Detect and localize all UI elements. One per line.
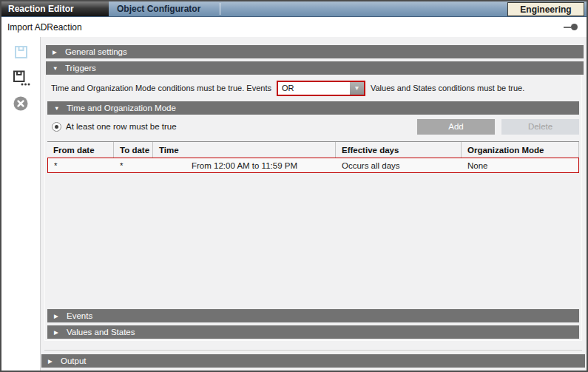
chevron-right-icon: ▶ (53, 49, 65, 55)
cell-to-date: * (114, 158, 153, 172)
chevron-right-icon: ▶ (54, 329, 67, 336)
condition-right-text: Values and States conditions must be tru… (371, 84, 524, 92)
page-title: Import ADReaction (7, 22, 82, 33)
left-toolbar (1, 37, 41, 371)
section-header-general-settings[interactable]: ▶ General settings (46, 45, 584, 58)
top-tab-bar: Reaction Editor Object Configurator Engi… (1, 1, 587, 17)
section-label: Triggers (65, 64, 96, 72)
section-label: Output (61, 356, 87, 365)
pin-line (564, 27, 571, 28)
save-as-icon (12, 70, 30, 87)
tab-reaction-editor[interactable]: Reaction Editor (1, 1, 109, 16)
section-divider (44, 350, 582, 351)
column-header-organization-mode[interactable]: Organization Mode (462, 142, 579, 158)
save-button[interactable] (11, 43, 30, 61)
cell-time: From 12:00 AM to 11:59 PM (153, 158, 336, 172)
add-button[interactable]: Add (417, 119, 495, 135)
radio-label: At least one row must be true (66, 122, 177, 131)
condition-left-text: Time and Organization Mode conditions mu… (51, 84, 271, 92)
chevron-right-icon: ▶ (48, 358, 61, 365)
section-header-values-states[interactable]: ▶ Values and States (47, 325, 579, 339)
tab-separator (220, 3, 220, 15)
dropdown-arrow-icon[interactable]: ▼ (350, 82, 364, 95)
reaction-editor-window: Reaction Editor Object Configurator Engi… (0, 0, 588, 372)
column-header-effective-days[interactable]: Effective days (336, 142, 462, 158)
cell-effective-days: Occurs all days (336, 158, 462, 172)
column-header-time[interactable]: Time (153, 142, 336, 158)
column-header-from-date[interactable]: From date (47, 142, 114, 158)
section-label: Values and States (67, 328, 135, 337)
dropdown-selected-value: OR (278, 82, 350, 95)
table-header-row: From date To date Time Effective days Or… (47, 142, 579, 158)
chevron-down-icon: ▼ (53, 65, 65, 72)
row-condition-options: At least one row must be true Add Delete (52, 118, 579, 135)
events-operator-dropdown[interactable]: OR ▼ (277, 81, 365, 96)
cancel-button[interactable] (11, 95, 30, 112)
section-label: Time and Organization Mode (67, 104, 176, 112)
editor-content-panel: ▶ General settings ▼ Triggers Time and O… (41, 37, 587, 371)
tab-object-configurator[interactable]: Object Configurator (109, 1, 220, 16)
chevron-right-icon: ▶ (54, 313, 67, 319)
save-as-button[interactable] (11, 69, 30, 87)
section-label: Events (67, 311, 92, 320)
pin-icon[interactable] (564, 24, 578, 30)
time-org-table: From date To date Time Effective days Or… (47, 141, 579, 173)
section-header-events[interactable]: ▶ Events (47, 309, 579, 322)
table-row-selected[interactable]: * * From 12:00 AM to 11:59 PM Occurs all… (47, 158, 579, 173)
at-least-one-row-radio[interactable] (52, 122, 61, 132)
section-header-triggers[interactable]: ▼ Triggers (46, 61, 584, 75)
cell-from-date: * (48, 158, 114, 172)
pin-dot (571, 24, 578, 30)
chevron-down-icon: ▼ (54, 105, 67, 112)
column-header-to-date[interactable]: To date (114, 142, 153, 158)
section-header-time-org-mode[interactable]: ▼ Time and Organization Mode (47, 101, 579, 115)
cancel-icon (13, 95, 29, 112)
section-label: General settings (65, 47, 127, 56)
editor-title-bar: Import ADReaction (1, 17, 587, 37)
cell-organization-mode: None (462, 158, 578, 172)
delete-button[interactable]: Delete (501, 119, 579, 135)
triggers-section-body: Time and Organization Mode conditions mu… (44, 75, 582, 341)
condition-logic-row: Time and Organization Mode conditions mu… (51, 80, 578, 96)
engineering-mode-button[interactable]: Engineering (507, 2, 584, 16)
section-header-output[interactable]: ▶ Output (41, 354, 585, 368)
table-action-buttons: Add Delete (417, 119, 579, 135)
save-icon (13, 44, 29, 60)
